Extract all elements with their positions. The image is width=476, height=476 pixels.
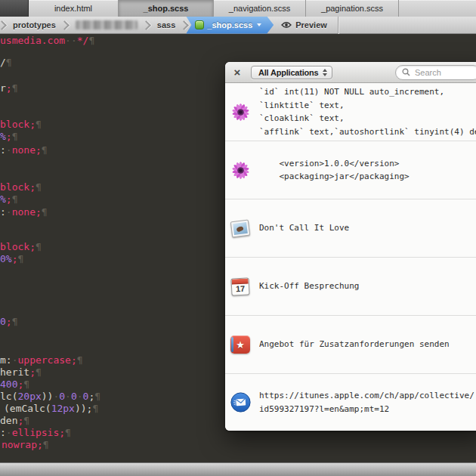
code-line: m:·uppercase;¶ [0,354,83,366]
pathbar-divider [338,17,338,34]
code-line: :·none;¶ [0,144,48,156]
breadcrumb-item-preview[interactable]: Preview [274,20,335,29]
code-line: (emCalc(12px));¶ [4,403,98,415]
preview-label: Preview [295,20,327,29]
code-line: lc(20px))·0·0·0;¶ [0,391,100,403]
search-icon [402,68,410,76]
clipboard-list: `id` int(11) NOT NULL auto_increment, `l… [225,83,476,431]
updown-arrows-icon [323,69,327,76]
code-line: %;¶ [0,131,17,143]
code-line: 0;¶ [0,316,17,328]
breadcrumb: prototypes sass _shop.scss Preview [0,17,476,34]
clipboard-item-text: Angebot für Zusatzanforderungen senden [259,338,476,351]
clipboard-popup: × All Applications `id` int(11) NOT NULL… [225,62,476,431]
chevron-down-icon [257,23,261,26]
search-field[interactable] [395,65,476,80]
tab-pagination-scss[interactable]: _pagination.scss [306,0,399,17]
tab-navigation-scss[interactable]: _navigation.scss [214,0,306,17]
breadcrumb-active-label: _shop.scss [207,20,252,29]
css-file-icon [195,20,204,29]
clipboard-item[interactable]: https://itunes.apple.com/ch/app/collecti… [225,374,476,431]
breadcrumb-item-sass[interactable]: sass [150,20,182,29]
clipboard-item-text: https://itunes.apple.com/ch/app/collecti… [259,389,476,416]
tab-shop-scss[interactable]: _shop.scss [119,0,214,17]
code-line: /¶ [0,57,12,69]
tab-index-html[interactable]: index.html [29,0,119,17]
screen: index.html _shop.scss _navigation.scss _… [0,0,476,476]
editor-status-bar [0,462,476,476]
code-line: nowrap;¶ [2,439,49,451]
clipboard-item-text: Don't Call It Love [259,221,476,235]
flower-icon [230,160,251,181]
clipboard-item[interactable]: ★Angebot für Zusatzanforderungen senden [225,316,476,374]
breadcrumb-item-redacted[interactable] [76,20,138,29]
code-line: :·ellipsis;¶ [0,427,71,439]
editor-tab-bar: index.html _shop.scss _navigation.scss _… [0,0,476,17]
clipboard-item-text: <version>1.0.0</version> <packaging>jar<… [259,157,476,184]
code-line: 400;¶ [0,379,29,391]
code-line: %;¶ [0,193,17,206]
wunderlist-icon: ★ [230,335,251,354]
mail-icon [230,392,251,413]
popup-header: × All Applications [225,62,476,83]
tab-bar-corner [0,0,29,17]
code-line: herit;¶ [0,366,42,379]
code-line: block;¶ [0,119,42,131]
flower-icon [230,102,251,122]
clipboard-item-text: Kick-Off Besprechung [259,280,476,293]
code-line: block;¶ [0,181,42,193]
clipboard-item[interactable]: 17Kick-Off Besprechung [225,258,476,316]
code-line: 0%;¶ [0,253,23,265]
close-icon[interactable]: × [231,66,243,78]
code-line: usmedia.com··*/¶ [0,35,94,47]
clipboard-item-text: `id` int(11) NOT NULL auto_increment, `l… [259,85,476,138]
photo-icon [230,221,251,236]
breadcrumb-item-prototypes[interactable]: prototypes [6,20,63,29]
code-line: :·none;¶ [0,206,48,218]
code-line: r;¶ [0,82,17,94]
breadcrumb-chevron-icon [141,20,151,30]
code-line: block;¶ [0,241,42,253]
tab-bar-filler [399,0,476,17]
application-filter-label: All Applications [258,68,319,77]
code-line: den;¶ [0,415,29,427]
clipboard-item[interactable]: `id` int(11) NOT NULL auto_increment, `l… [225,83,476,141]
clipboard-item[interactable]: <version>1.0.0</version> <packaging>jar<… [225,141,476,199]
application-filter-dropdown[interactable]: All Applications [251,66,332,79]
search-input[interactable] [413,67,469,78]
clipboard-item[interactable]: Don't Call It Love [225,199,476,258]
calendar-icon: 17 [230,278,251,295]
breadcrumb-item-shop-scss[interactable]: _shop.scss [186,17,274,34]
eye-icon [281,21,292,29]
